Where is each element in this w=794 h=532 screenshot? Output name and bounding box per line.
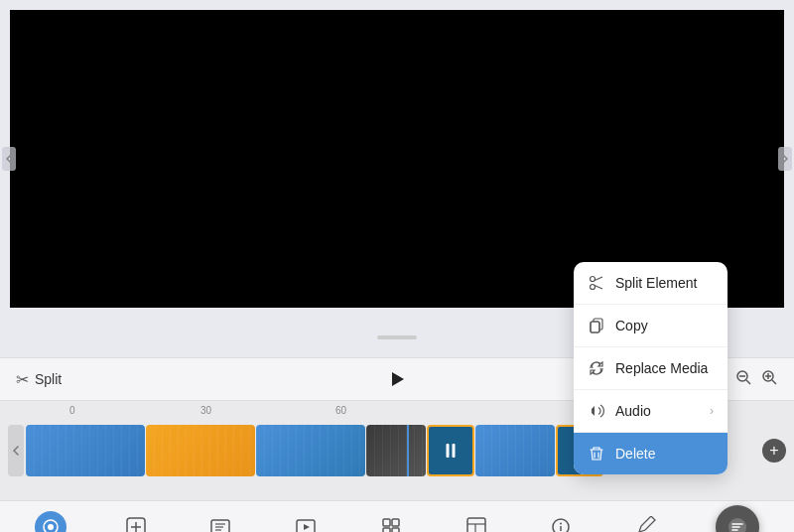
svg-rect-23	[467, 518, 485, 533]
home-button[interactable]	[35, 511, 66, 533]
svg-point-30	[591, 277, 596, 282]
element-button[interactable]	[375, 511, 407, 533]
svg-marker-18	[304, 524, 310, 530]
menu-audio-label: Audio	[615, 403, 651, 419]
playhead-indicator: -29.8	[393, 425, 424, 476]
template-button[interactable]	[461, 511, 492, 533]
ruler-mark-30: 30	[200, 405, 211, 416]
svg-line-5	[772, 380, 776, 384]
svg-rect-20	[392, 519, 399, 526]
play-button[interactable]	[381, 363, 413, 395]
scissors-icon: ✂	[16, 370, 29, 389]
svg-rect-13	[211, 520, 229, 533]
menu-delete-label: Delete	[615, 446, 655, 462]
audio-menu-icon	[588, 402, 605, 420]
menu-item-copy[interactable]: Copy	[574, 305, 728, 347]
playhead-line-v	[407, 425, 409, 476]
zoom-in-button[interactable]	[760, 368, 778, 391]
svg-rect-19	[383, 519, 390, 526]
replace-menu-icon	[588, 359, 605, 377]
chat-button[interactable]	[716, 505, 759, 533]
clip-5[interactable]	[427, 425, 474, 476]
ruler-mark-0: 0	[69, 405, 75, 416]
trash-menu-icon	[588, 445, 605, 463]
menu-copy-label: Copy	[615, 318, 648, 333]
copy-menu-icon	[588, 317, 605, 334]
ruler-mark-60: 60	[335, 405, 346, 416]
info-button[interactable]	[545, 511, 577, 533]
clip-6[interactable]	[475, 425, 555, 476]
menu-split-label: Split Element	[615, 275, 697, 291]
svg-line-2	[746, 380, 750, 384]
add-button[interactable]	[120, 511, 152, 533]
svg-rect-35	[591, 322, 599, 332]
svg-marker-0	[392, 372, 404, 386]
clip-1[interactable]	[26, 425, 145, 476]
context-menu: Split Element Copy Replace Media	[574, 262, 728, 474]
split-button[interactable]: ✂ Split	[16, 370, 62, 389]
track-prev-btn[interactable]	[8, 425, 24, 476]
menu-replace-label: Replace Media	[615, 360, 708, 376]
bottom-toolbar	[0, 500, 794, 532]
chevron-right-icon: ›	[710, 404, 714, 418]
menu-item-replace[interactable]: Replace Media	[574, 347, 728, 390]
media-button[interactable]	[290, 511, 322, 533]
split-label: Split	[35, 371, 62, 387]
add-clip-button[interactable]: +	[762, 439, 786, 463]
svg-line-32	[595, 277, 602, 281]
playhead-line	[377, 335, 417, 339]
zoom-out-button[interactable]	[734, 368, 752, 391]
svg-rect-22	[392, 528, 399, 533]
menu-item-audio[interactable]: Audio ›	[574, 390, 728, 433]
next-arrow[interactable]	[778, 147, 792, 171]
svg-rect-21	[383, 528, 390, 533]
edit-button[interactable]	[630, 511, 662, 533]
svg-point-9	[48, 524, 54, 530]
clip-2[interactable]	[146, 425, 255, 476]
menu-item-split[interactable]: Split Element	[574, 262, 728, 305]
clip-3[interactable]	[256, 425, 365, 476]
menu-item-delete[interactable]: Delete	[574, 433, 728, 474]
svg-point-28	[560, 522, 562, 524]
scissors-menu-icon	[588, 274, 605, 292]
svg-line-33	[595, 286, 602, 290]
zoom-controls	[734, 368, 778, 391]
prev-arrow[interactable]	[2, 147, 16, 171]
text-button[interactable]	[204, 511, 236, 533]
svg-point-31	[591, 285, 596, 290]
